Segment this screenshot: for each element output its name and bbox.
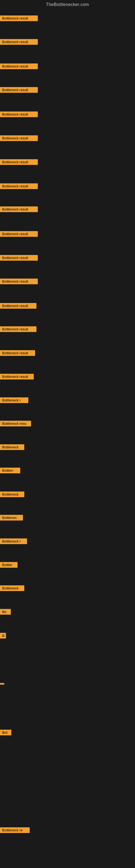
list-item: Bottleneck result (0, 135, 38, 142)
bottleneck-result-label: Bottleneck result (0, 39, 38, 45)
list-item: Bottleneck result (0, 231, 38, 238)
bottleneck-result-label: Bottleneck result (0, 374, 34, 379)
bottleneck-result-label: Bottleneck result (0, 326, 37, 332)
bottleneck-result-label (0, 683, 4, 685)
bottleneck-result-label: Bottleneck result (0, 279, 38, 284)
bottleneck-result-label: Bottleneck result (0, 255, 38, 261)
bottleneck-result-label: Bottleneck result (0, 231, 38, 237)
list-item: Bottleneck (0, 444, 24, 451)
list-item: Bottleneck result (0, 87, 38, 94)
bottleneck-result-label: Bottleneck result (0, 350, 35, 356)
bottleneck-result-label: Bottleneck result (0, 159, 38, 165)
list-item: Bottleneck result (0, 183, 38, 190)
bottleneck-result-label: Bottleneck r (0, 397, 28, 403)
list-item: Bottleneck (0, 585, 24, 592)
bottleneck-result-label: Bottleneck result (0, 207, 38, 212)
list-item: Bo (0, 609, 11, 616)
bottleneck-result-label: Bottleneck result (0, 87, 38, 93)
bottleneck-result-label: Bottleneck result (0, 303, 37, 309)
bottleneck-result-label: Bot (0, 730, 11, 735)
list-item: Bottleneck result (0, 279, 38, 285)
list-item: Bottleneck result (0, 63, 38, 70)
list-item: Bottleneck result (0, 374, 34, 380)
bottleneck-result-label: Bottleneck resu (0, 421, 31, 426)
list-item: Bottleneck (0, 492, 24, 498)
list-item: Bottleneck result (0, 350, 35, 357)
list-item: Bottleneck result (0, 112, 38, 118)
bottleneck-result-label: Bottleneck r (0, 538, 27, 544)
list-item: Bottleneck result (0, 303, 37, 310)
list-item: Bottler (0, 562, 17, 569)
bottleneck-result-label: Bottleneck result (0, 135, 38, 141)
list-item: B (0, 633, 6, 640)
list-item: Bottlen (0, 468, 20, 474)
list-item: Bottlenec (0, 515, 23, 522)
bottleneck-result-label: Bottleneck result (0, 183, 38, 189)
bottleneck-result-label: Bottlen (0, 468, 20, 473)
list-item: Bottleneck r (0, 538, 27, 545)
list-item: Bottleneck result (0, 255, 38, 262)
bottleneck-result-label: Bottleneck (0, 585, 24, 591)
bottleneck-result-label: Bottleneck result (0, 63, 38, 69)
site-title: TheBottlenecker.com (0, 0, 135, 8)
bottleneck-result-label: Bottleneck (0, 444, 24, 450)
bottleneck-result-label: Bottleneck result (0, 112, 38, 117)
bottleneck-result-label: Bottleneck re (0, 827, 30, 833)
list-item: Bottleneck result (0, 159, 38, 166)
bottleneck-result-label: Bottleneck (0, 492, 24, 497)
list-item: Bottleneck result (0, 39, 38, 46)
list-item: Bottleneck result (0, 326, 37, 333)
list-item: Bot (0, 730, 11, 737)
list-item: Bottleneck r (0, 397, 28, 404)
bottleneck-result-label: Bo (0, 609, 11, 615)
bottleneck-result-label: Bottleneck result (0, 16, 38, 21)
list-item: Bottleneck result (0, 16, 38, 22)
bottleneck-result-label: Bottlenec (0, 515, 23, 521)
bottleneck-result-label: Bottler (0, 562, 17, 568)
bottleneck-result-label: B (0, 633, 6, 639)
list-item: Bottleneck result (0, 207, 38, 213)
list-item: Bottleneck resu (0, 421, 31, 428)
list-item: Bottleneck re (0, 827, 30, 834)
list-item (0, 681, 4, 686)
